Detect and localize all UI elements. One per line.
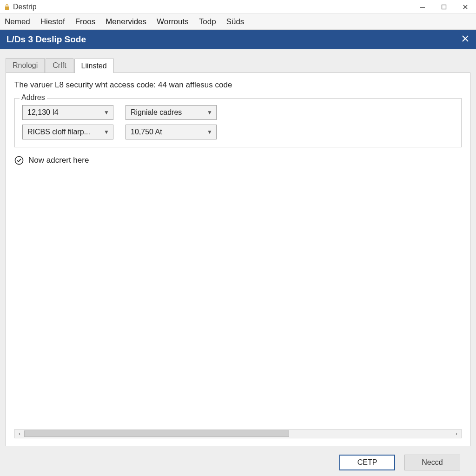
check-row[interactable]: Now adcrert here <box>14 156 462 165</box>
title-bar: Destrip <box>0 0 476 14</box>
svg-point-2 <box>15 157 23 165</box>
tab-rnologi[interactable]: Rnologi <box>6 58 45 73</box>
menu-froos[interactable]: Froos <box>75 17 95 26</box>
fieldset-legend: Addres <box>20 93 47 102</box>
window-controls <box>412 0 476 13</box>
chevron-down-icon: ▼ <box>207 129 212 135</box>
chevron-down-icon: ▼ <box>104 129 109 135</box>
tab-crlft[interactable]: Crlft <box>46 58 73 73</box>
menu-bar: Nemed Hiestof Froos Menervides Worrouts … <box>0 14 476 30</box>
cetp-button[interactable]: CETP <box>339 455 395 470</box>
close-window-button[interactable] <box>455 0 476 13</box>
menu-hiestof[interactable]: Hiestof <box>40 17 65 26</box>
horizontal-scrollbar[interactable]: ‹ › <box>14 429 462 438</box>
menu-todp[interactable]: Todp <box>199 17 216 26</box>
chevron-down-icon: ▼ <box>104 109 109 116</box>
combo-3-value: RICBS cloff filarp... <box>27 128 90 136</box>
menu-suds[interactable]: Süds <box>226 17 245 26</box>
scroll-track[interactable] <box>24 430 452 438</box>
combo-4[interactable]: 10,750 At ▼ <box>126 125 217 139</box>
dialog-body: Rnologi Crlft Liinsted The varuer L8 sec… <box>0 49 476 476</box>
svg-rect-0 <box>420 7 425 8</box>
combo-1[interactable]: 12,130 I4 ▼ <box>22 105 113 120</box>
panel-description: The varuer L8 security wht access code: … <box>14 80 462 90</box>
menu-nemed[interactable]: Nemed <box>5 17 30 26</box>
dialog-footer: CETP Neccd <box>6 446 470 470</box>
tab-strip: Rnologi Crlft Liinsted <box>6 57 470 73</box>
menu-menervides[interactable]: Menervides <box>106 17 146 26</box>
check-label: Now adcrert here <box>28 156 89 165</box>
scroll-right-button[interactable]: › <box>452 430 461 438</box>
dialog-title: L/Ds 3 Deslip Sode <box>7 34 86 45</box>
combo-3[interactable]: RICBS cloff filarp... ▼ <box>22 125 113 139</box>
menu-worrouts[interactable]: Worrouts <box>157 17 189 26</box>
minimize-button[interactable] <box>412 0 433 13</box>
svg-rect-1 <box>442 5 446 9</box>
tab-panel: The varuer L8 security wht access code: … <box>6 73 470 446</box>
dialog-close-button[interactable] <box>461 33 469 46</box>
maximize-button[interactable] <box>433 0 455 13</box>
combo-2[interactable]: Rigniale cadres ▼ <box>126 105 217 120</box>
window-title: Destrip <box>13 3 37 11</box>
check-circle-icon <box>14 156 24 165</box>
tab-liinsted[interactable]: Liinsted <box>74 59 114 73</box>
dialog-header: L/Ds 3 Deslip Sode <box>0 30 476 49</box>
lock-icon <box>4 4 10 10</box>
neccd-button[interactable]: Neccd <box>404 455 460 470</box>
chevron-down-icon: ▼ <box>207 109 212 116</box>
combo-1-value: 12,130 I4 <box>27 108 59 117</box>
combo-4-value: 10,750 At <box>131 128 162 136</box>
addres-fieldset: Addres 12,130 I4 ▼ Rigniale cadres ▼ RIC… <box>14 98 462 147</box>
combo-2-value: Rigniale cadres <box>131 108 182 117</box>
scroll-left-button[interactable]: ‹ <box>15 430 24 438</box>
scroll-thumb[interactable] <box>24 430 289 437</box>
